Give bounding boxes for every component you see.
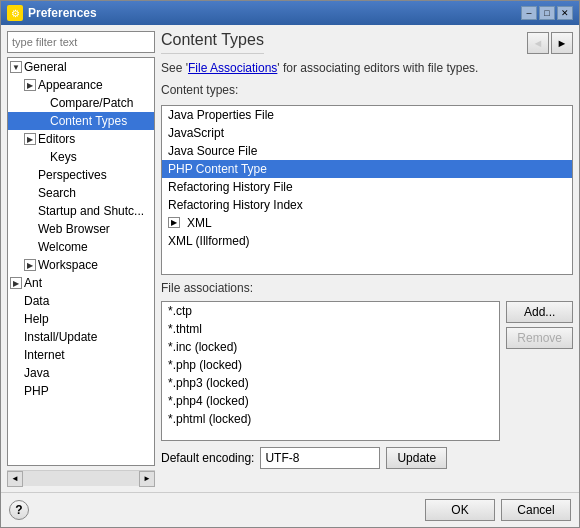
sidebar-item-internet[interactable]: Internet [8, 346, 154, 364]
help-button[interactable]: ? [9, 500, 29, 520]
sidebar-item-web-browser[interactable]: Web Browser [8, 220, 154, 238]
ct-item-java-properties[interactable]: Java Properties File [162, 106, 572, 124]
expand-workspace-icon[interactable]: ▶ [24, 259, 36, 271]
sidebar-item-compare-patch[interactable]: Compare/Patch [8, 94, 154, 112]
back-button[interactable]: ◄ [527, 32, 549, 54]
encoding-label: Default encoding: [161, 451, 254, 465]
expand-editors-icon[interactable]: ▶ [24, 133, 36, 145]
sidebar-item-php[interactable]: PHP [8, 382, 154, 400]
encoding-input[interactable] [260, 447, 380, 469]
encoding-row: Default encoding: Update [161, 447, 573, 469]
cancel-button[interactable]: Cancel [501, 499, 571, 521]
bottom-buttons: OK Cancel [425, 499, 571, 521]
add-button[interactable]: Add... [506, 301, 573, 323]
sidebar-item-java[interactable]: Java [8, 364, 154, 382]
ct-item-xml[interactable]: ▶ XML [162, 214, 572, 232]
sidebar-item-install-update[interactable]: Install/Update [8, 328, 154, 346]
panel-title: Content Types [161, 31, 264, 54]
remove-button[interactable]: Remove [506, 327, 573, 349]
maximize-button[interactable]: □ [539, 6, 555, 20]
file-assoc-label: File associations: [161, 281, 573, 295]
scroll-track-h[interactable] [23, 471, 139, 486]
expand-ant-icon[interactable]: ▶ [10, 277, 22, 289]
scroll-right-button[interactable]: ► [139, 471, 155, 487]
sidebar-item-help[interactable]: Help [8, 310, 154, 328]
ok-button[interactable]: OK [425, 499, 495, 521]
ct-item-xml-illformed[interactable]: XML (Illformed) [162, 232, 572, 250]
minimize-button[interactable]: – [521, 6, 537, 20]
right-panel: Content Types ◄ ► See 'File Associations… [161, 31, 573, 486]
sidebar-item-startup[interactable]: Startup and Shutc... [8, 202, 154, 220]
window-title: Preferences [28, 6, 97, 20]
fa-item-php3[interactable]: *.php3 (locked) [162, 374, 499, 392]
titlebar-buttons: – □ ✕ [521, 6, 573, 20]
ct-item-refactoring-history-file[interactable]: Refactoring History File [162, 178, 572, 196]
sidebar-item-perspectives[interactable]: Perspectives [8, 166, 154, 184]
nav-arrows: ◄ ► [527, 32, 573, 54]
window-icon: ⚙ [7, 5, 23, 21]
expand-xml-icon[interactable]: ▶ [168, 217, 180, 228]
sidebar-item-content-types[interactable]: Content Types [8, 112, 154, 130]
file-assoc-section: File associations: *.ctp *.thtml *.inc (… [161, 281, 573, 441]
expand-appearance-icon[interactable]: ▶ [24, 79, 36, 91]
fa-item-ctp[interactable]: *.ctp [162, 302, 499, 320]
ct-item-refactoring-history-index[interactable]: Refactoring History Index [162, 196, 572, 214]
expand-general-icon[interactable]: ▼ [10, 61, 22, 73]
filter-input[interactable] [7, 31, 155, 53]
tree-scrollbar-h: ◄ ► [7, 470, 155, 486]
sidebar-item-search[interactable]: Search [8, 184, 154, 202]
content-types-label: Content types: [161, 83, 573, 97]
titlebar-left: ⚙ Preferences [7, 5, 97, 21]
ct-item-php-content-type[interactable]: PHP Content Type [162, 160, 572, 178]
sidebar-item-welcome[interactable]: Welcome [8, 238, 154, 256]
close-button[interactable]: ✕ [557, 6, 573, 20]
file-associations-link[interactable]: File Associations [188, 61, 277, 75]
titlebar: ⚙ Preferences – □ ✕ [1, 1, 579, 25]
file-assoc-list[interactable]: *.ctp *.thtml *.inc (locked) *.php (lock… [161, 301, 500, 441]
ct-item-java-source[interactable]: Java Source File [162, 142, 572, 160]
preferences-window: ⚙ Preferences – □ ✕ ▼ General ▶ App [0, 0, 580, 528]
ct-item-javascript[interactable]: JavaScript [162, 124, 572, 142]
fa-item-inc[interactable]: *.inc (locked) [162, 338, 499, 356]
fa-buttons: Add... Remove [506, 301, 573, 349]
sidebar-item-editors[interactable]: ▶ Editors [8, 130, 154, 148]
content-types-list[interactable]: Java Properties File JavaScript Java Sou… [161, 105, 573, 275]
fa-item-phtml[interactable]: *.phtml (locked) [162, 410, 499, 428]
left-panel: ▼ General ▶ Appearance Compare/Patch Con… [7, 31, 155, 486]
main-content: ▼ General ▶ Appearance Compare/Patch Con… [1, 25, 579, 492]
forward-button[interactable]: ► [551, 32, 573, 54]
sidebar-item-data[interactable]: Data [8, 292, 154, 310]
update-button[interactable]: Update [386, 447, 447, 469]
tree-container: ▼ General ▶ Appearance Compare/Patch Con… [7, 57, 155, 466]
sidebar-item-general[interactable]: ▼ General [8, 58, 154, 76]
sidebar-item-keys[interactable]: Keys [8, 148, 154, 166]
description: See 'File Associations' for associating … [161, 60, 573, 77]
bottom-bar: ? OK Cancel [1, 492, 579, 527]
fa-item-thtml[interactable]: *.thtml [162, 320, 499, 338]
file-assoc-row: *.ctp *.thtml *.inc (locked) *.php (lock… [161, 301, 573, 441]
scroll-left-button[interactable]: ◄ [7, 471, 23, 487]
sidebar-item-ant[interactable]: ▶ Ant [8, 274, 154, 292]
fa-item-php4[interactable]: *.php4 (locked) [162, 392, 499, 410]
fa-item-php[interactable]: *.php (locked) [162, 356, 499, 374]
sidebar-item-workspace[interactable]: ▶ Workspace [8, 256, 154, 274]
sidebar-item-appearance[interactable]: ▶ Appearance [8, 76, 154, 94]
